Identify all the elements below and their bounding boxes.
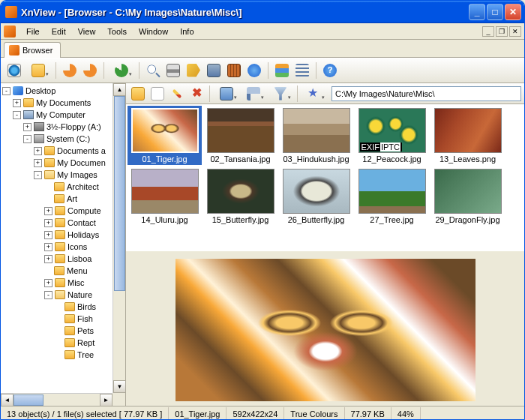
tree-node[interactable]: Pets bbox=[2, 325, 124, 337]
expand-toggle[interactable]: - bbox=[2, 87, 10, 95]
expand-toggle[interactable]: + bbox=[34, 147, 42, 155]
thumbnail[interactable]: 03_Hindukush.jpg bbox=[279, 106, 353, 165]
thumbnail[interactable]: 01_Tiger.jpg bbox=[128, 106, 202, 165]
tree-node[interactable]: +Compute bbox=[2, 205, 124, 217]
web-button[interactable] bbox=[245, 62, 263, 80]
scroll-thumb[interactable] bbox=[14, 394, 44, 406]
path-input[interactable] bbox=[332, 86, 521, 101]
tree-node[interactable]: Birds bbox=[2, 301, 124, 313]
tree-node[interactable]: Tree bbox=[2, 349, 124, 361]
scroll-down-button[interactable]: ▼ bbox=[113, 380, 126, 393]
menu-info[interactable]: Info bbox=[174, 26, 200, 38]
expand-toggle[interactable]: - bbox=[23, 135, 32, 143]
status-bar: 13 object(s) / 1 file(s) selected [ 77.9… bbox=[1, 406, 524, 420]
expand-toggle[interactable]: + bbox=[13, 99, 21, 107]
thumbnail[interactable]: 29_DragonFly.jpg bbox=[430, 166, 505, 226]
tab-browser[interactable]: Browser bbox=[4, 42, 61, 58]
slideshow-button[interactable] bbox=[225, 62, 243, 80]
rotate-right-button[interactable] bbox=[81, 62, 99, 80]
expand-toggle[interactable]: + bbox=[44, 279, 52, 287]
favorites-add-button[interactable] bbox=[129, 85, 147, 103]
thumbnail[interactable]: 13_Leaves.png bbox=[430, 106, 505, 165]
list-button[interactable] bbox=[293, 62, 311, 80]
thumbnail[interactable]: 26_Butterfly.jpg bbox=[279, 166, 353, 226]
delete-button[interactable]: ✖ bbox=[188, 85, 206, 103]
print-button[interactable] bbox=[164, 62, 182, 80]
view-mode-button[interactable] bbox=[214, 85, 239, 103]
window-title: XnView - [Browser - C:\My Images\Nature\… bbox=[21, 7, 469, 18]
expand-toggle[interactable]: + bbox=[44, 219, 52, 227]
scroll-left-button[interactable]: ◄ bbox=[1, 394, 14, 406]
tree-node[interactable]: +My Documents bbox=[2, 97, 124, 109]
tree-node[interactable]: +3½-Floppy (A:) bbox=[2, 121, 124, 133]
tree-hscrollbar[interactable]: ◄ ► bbox=[1, 393, 112, 406]
menu-file[interactable]: File bbox=[20, 26, 46, 38]
expand-toggle[interactable]: - bbox=[13, 111, 21, 119]
tree-node[interactable]: +Lisboa bbox=[2, 253, 124, 265]
tree-node[interactable]: +Holidays bbox=[2, 229, 124, 241]
expand-toggle[interactable]: + bbox=[44, 255, 52, 263]
tree-node[interactable]: Art bbox=[2, 193, 124, 205]
zoom-button[interactable] bbox=[144, 62, 162, 80]
tree-node[interactable]: -System (C:) bbox=[2, 133, 124, 145]
expand-toggle[interactable]: + bbox=[44, 243, 52, 251]
expand-toggle[interactable]: - bbox=[44, 291, 52, 299]
favorites-button[interactable]: ★ bbox=[302, 85, 327, 103]
tree-node[interactable]: +Icons bbox=[2, 241, 124, 253]
app-menu-icon[interactable] bbox=[4, 26, 16, 38]
sort-button[interactable] bbox=[241, 85, 266, 103]
expand-toggle[interactable]: + bbox=[23, 123, 32, 131]
menu-edit[interactable]: Edit bbox=[46, 26, 72, 38]
scroll-up-button[interactable]: ▲ bbox=[113, 83, 126, 96]
title-bar[interactable]: XnView - [Browser - C:\My Images\Nature\… bbox=[1, 1, 524, 23]
close-button[interactable]: ✕ bbox=[505, 4, 521, 20]
tree-node[interactable]: +Misc bbox=[2, 277, 124, 289]
open-button[interactable] bbox=[26, 62, 51, 80]
new-folder-button[interactable] bbox=[148, 85, 166, 103]
filter-button[interactable] bbox=[268, 85, 293, 103]
tree-node[interactable]: +Documents a bbox=[2, 145, 124, 157]
rotate-left-button[interactable] bbox=[61, 62, 79, 80]
edit-button[interactable] bbox=[168, 85, 186, 103]
tree-node[interactable]: Menu bbox=[2, 265, 124, 277]
options-button[interactable] bbox=[273, 62, 291, 80]
tree-node[interactable]: Fish bbox=[2, 313, 124, 325]
tree-node[interactable]: -My Computer bbox=[2, 109, 124, 121]
thumbnail[interactable]: EXIFIPTC12_Peacock.jpg bbox=[355, 106, 429, 165]
thumbnail[interactable]: 27_Tree.jpg bbox=[355, 166, 429, 226]
tree-node[interactable]: -Desktop bbox=[2, 85, 124, 97]
maximize-button[interactable]: □ bbox=[487, 4, 503, 20]
mdi-close-button[interactable]: ✕ bbox=[509, 26, 521, 37]
thumbnail[interactable]: 02_Tansania.jpg bbox=[203, 106, 278, 165]
tree-node[interactable]: Rept bbox=[2, 337, 124, 349]
preview-pane[interactable] bbox=[126, 254, 524, 406]
menu-view[interactable]: View bbox=[72, 26, 102, 38]
mdi-restore-button[interactable]: ❐ bbox=[496, 26, 508, 37]
scroll-thumb[interactable] bbox=[114, 96, 125, 291]
tree-node[interactable]: Architect bbox=[2, 181, 124, 193]
tag-button[interactable] bbox=[184, 62, 202, 80]
thumbnail[interactable]: 15_Butterfly.jpg bbox=[203, 166, 278, 226]
tree-node[interactable]: -Nature bbox=[2, 289, 124, 301]
fullscreen-button[interactable] bbox=[5, 62, 23, 80]
scroll-right-button[interactable]: ► bbox=[100, 394, 112, 406]
expand-toggle[interactable]: + bbox=[34, 159, 42, 167]
tree-vscrollbar[interactable]: ▲ ▼ bbox=[112, 83, 125, 393]
tree-node[interactable]: +My Documen bbox=[2, 157, 124, 169]
tree-node[interactable]: +Contact bbox=[2, 217, 124, 229]
tree-node[interactable]: -My Images bbox=[2, 169, 124, 181]
thumbnail[interactable]: 14_Uluru.jpg bbox=[128, 166, 202, 226]
acquire-button[interactable] bbox=[205, 62, 223, 80]
mdi-minimize-button[interactable]: _ bbox=[482, 26, 494, 37]
minimize-button[interactable]: _ bbox=[469, 4, 485, 20]
menu-tools[interactable]: Tools bbox=[101, 26, 133, 38]
expand-toggle[interactable]: + bbox=[44, 207, 52, 215]
thumbnail-pane[interactable]: 01_Tiger.jpg02_Tansania.jpg03_Hindukush.… bbox=[126, 104, 524, 254]
tree-label: Pets bbox=[77, 326, 94, 335]
help-button[interactable]: ? bbox=[321, 62, 339, 80]
menu-window[interactable]: Window bbox=[133, 26, 174, 38]
expand-toggle[interactable]: - bbox=[34, 171, 42, 179]
refresh-button[interactable] bbox=[109, 62, 134, 80]
expand-toggle[interactable]: + bbox=[44, 231, 52, 239]
folder-tree[interactable]: -Desktop+My Documents-My Computer+3½-Flo… bbox=[1, 83, 126, 406]
